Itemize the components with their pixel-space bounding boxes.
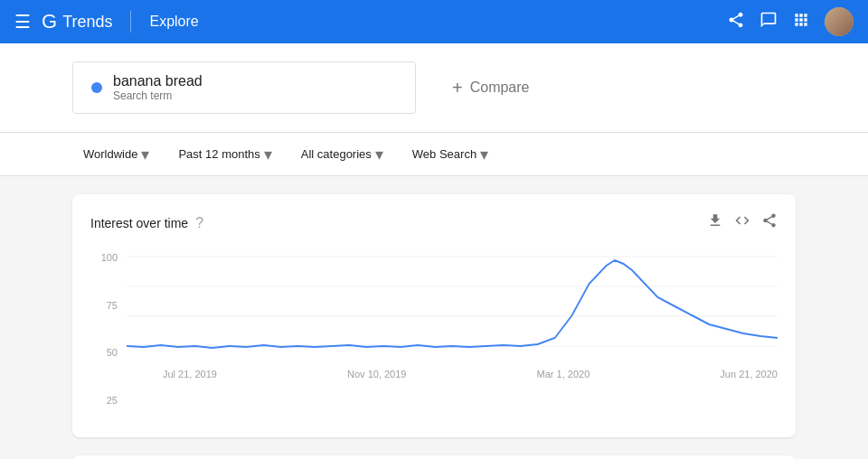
card-header: Interest over time ?	[90, 212, 778, 233]
x-label-3: Mar 1, 2020	[537, 369, 590, 379]
time-range-chevron: ▾	[264, 145, 272, 164]
help-icon[interactable]: ?	[195, 215, 203, 231]
compare-label: Compare	[470, 80, 530, 96]
compare-plus-icon: +	[452, 78, 463, 98]
chart-svg	[127, 248, 778, 383]
worldwide-filter[interactable]: Worldwide ▾	[72, 139, 160, 170]
x-label-4: Jun 21, 2020	[720, 369, 778, 379]
categories-filter[interactable]: All categories ▾	[290, 139, 394, 170]
y-label-100: 100	[90, 252, 118, 263]
search-dot	[91, 82, 102, 93]
x-label-2: Nov 10, 2019	[347, 369, 406, 379]
avatar-image	[825, 7, 854, 36]
app-logo: G Trends	[42, 10, 112, 33]
card-title-area: Interest over time ?	[90, 215, 203, 231]
interest-by-region-card: Interest by region ? Region ▾	[72, 455, 796, 459]
interest-chart: 100 75 50 25 Jul 21, 2019 N	[90, 248, 778, 410]
search-type-chevron: ▾	[480, 145, 488, 164]
embed-icon[interactable]	[734, 212, 750, 233]
search-term-type: Search term	[113, 89, 203, 102]
y-label-25: 25	[90, 395, 118, 406]
worldwide-chevron: ▾	[141, 145, 149, 164]
categories-label: All categories	[301, 147, 372, 161]
chart-area: Jul 21, 2019 Nov 10, 2019 Mar 1, 2020 Ju…	[127, 248, 778, 383]
avatar[interactable]	[825, 7, 854, 36]
header-icons	[727, 7, 854, 36]
y-label-75: 75	[90, 300, 118, 311]
x-axis-labels: Jul 21, 2019 Nov 10, 2019 Mar 1, 2020 Ju…	[163, 365, 778, 383]
menu-icon[interactable]: ☰	[14, 11, 31, 33]
time-range-filter[interactable]: Past 12 months ▾	[167, 139, 282, 170]
y-axis-labels: 100 75 50 25	[90, 248, 118, 410]
explore-label: Explore	[149, 14, 198, 30]
share-chart-icon[interactable]	[761, 212, 778, 233]
search-area: banana bread Search term + Compare	[0, 43, 868, 133]
interest-over-time-title: Interest over time	[90, 216, 188, 230]
search-type-label: Web Search	[412, 147, 476, 161]
main-content: Interest over time ? 100 75 50	[0, 176, 868, 459]
x-label-1: Jul 21, 2019	[163, 369, 217, 379]
categories-chevron: ▾	[375, 145, 383, 164]
share-icon[interactable]	[727, 11, 745, 33]
google-trends-text: Trends	[62, 13, 112, 32]
time-range-label: Past 12 months	[178, 147, 259, 161]
compare-button[interactable]: + Compare	[434, 67, 548, 109]
worldwide-label: Worldwide	[83, 147, 137, 161]
feedback-icon[interactable]	[760, 11, 778, 33]
google-g: G	[42, 10, 57, 33]
search-term-box: banana bread Search term	[72, 61, 416, 114]
search-term-name: banana bread	[113, 73, 203, 89]
filters-bar: Worldwide ▾ Past 12 months ▾ All categor…	[0, 133, 868, 176]
download-icon[interactable]	[707, 212, 723, 233]
search-term-info: banana bread Search term	[113, 73, 203, 102]
card-actions	[707, 212, 778, 233]
interest-over-time-card: Interest over time ? 100 75 50	[72, 194, 796, 437]
search-type-filter[interactable]: Web Search ▾	[401, 139, 499, 170]
header-divider	[130, 11, 131, 33]
apps-icon[interactable]	[792, 11, 810, 33]
app-header: ☰ G Trends Explore	[0, 0, 868, 43]
y-label-50: 50	[90, 347, 118, 358]
